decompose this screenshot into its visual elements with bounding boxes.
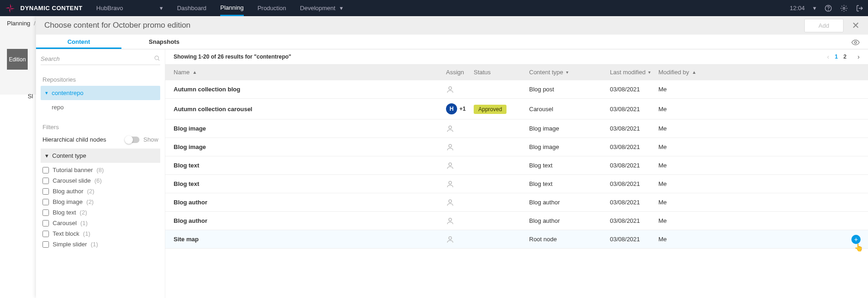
nav-tab-planning[interactable]: Planning bbox=[220, 0, 244, 16]
chevron-down-icon[interactable]: ▾ bbox=[813, 5, 816, 12]
logout-icon[interactable] bbox=[856, 5, 863, 12]
logo-icon bbox=[5, 3, 16, 14]
hub-selector[interactable]: HubBravo ▾ bbox=[96, 5, 163, 12]
nav-tabs: DashboardPlanningProductionDevelopment bbox=[177, 0, 335, 16]
brand: DYNAMIC CONTENT bbox=[5, 3, 83, 14]
svg-point-10 bbox=[843, 7, 845, 9]
nav-more-icon[interactable]: ▾ bbox=[340, 5, 343, 12]
nav-tab-dashboard[interactable]: Dashboard bbox=[177, 0, 206, 16]
topbar-right: 12:04 ▾ bbox=[790, 5, 863, 12]
hub-name: HubBravo bbox=[96, 5, 123, 12]
chevron-down-icon: ▾ bbox=[160, 5, 163, 12]
clock-time: 12:04 bbox=[790, 5, 805, 12]
svg-marker-2 bbox=[9, 8, 10, 13]
brand-text: DYNAMIC CONTENT bbox=[20, 5, 83, 12]
svg-marker-3 bbox=[6, 7, 10, 8]
topbar: DYNAMIC CONTENT HubBravo ▾ DashboardPlan… bbox=[0, 0, 868, 16]
gear-icon[interactable] bbox=[840, 5, 848, 12]
nav-tab-production[interactable]: Production bbox=[258, 0, 286, 16]
help-icon[interactable] bbox=[825, 5, 832, 12]
svg-point-9 bbox=[828, 10, 829, 10]
nav-tab-development[interactable]: Development bbox=[300, 0, 336, 16]
